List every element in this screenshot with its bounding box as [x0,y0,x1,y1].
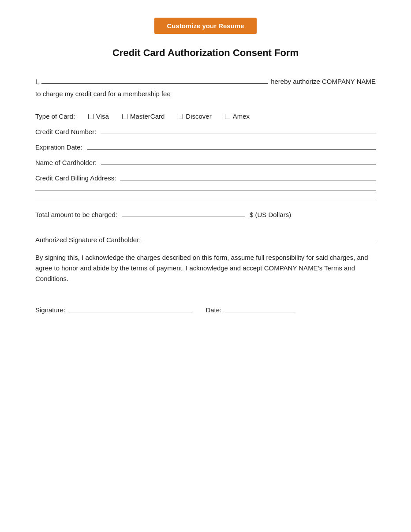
customize-btn-wrapper: Customize your Resume [35,18,376,34]
sig-block: Signature: [35,306,192,314]
signature-underline [69,312,192,312]
card-option-discover: Discover [178,112,211,120]
billing-address-underline-1 [120,180,376,180]
auth-sig-underline [143,242,376,242]
visa-checkbox[interactable] [88,114,93,119]
billing-address-row: Credit Card Billing Address: [35,174,376,182]
auth-subtext: to charge my credit card for a membershi… [35,89,376,99]
card-type-row: Type of Card: Visa MasterCard Discover A… [35,112,376,120]
total-amount-label: Total amount to be charged: [35,211,117,218]
date-label: Date: [206,306,221,314]
auth-name-underline [41,83,268,84]
billing-address-underline-2 [35,191,376,191]
card-options: Visa MasterCard Discover Amex [88,112,250,120]
expiration-date-row: Expiration Date: [35,143,376,151]
signature-section: Authorized Signature of Cardholder: By s… [35,236,376,314]
visa-label: Visa [96,112,109,120]
expiration-date-label: Expiration Date: [35,143,82,151]
billing-address-label: Credit Card Billing Address: [35,174,116,182]
cardholder-name-underline [101,165,376,165]
card-option-mastercard: MasterCard [122,112,164,120]
total-amount-row: Total amount to be charged: $ (US Dollar… [35,211,376,218]
credit-card-number-row: Credit Card Number: [35,128,376,135]
amex-checkbox[interactable] [225,114,230,119]
signature-label: Signature: [35,306,65,314]
amex-label: Amex [233,112,250,120]
billing-address-underline-3 [35,201,376,201]
credit-card-number-underline [101,134,376,134]
customize-resume-button[interactable]: Customize your Resume [154,18,256,34]
credit-card-number-label: Credit Card Number: [35,128,96,135]
mastercard-checkbox[interactable] [122,114,127,119]
date-block: Date: [206,306,295,314]
authorization-text: I, hereby authorize COMPANY NAME to char… [35,76,376,99]
cardholder-name-label: Name of Cardholder: [35,159,97,166]
card-option-visa: Visa [88,112,109,120]
legal-text: By signing this, I acknowledge the charg… [35,252,376,284]
discover-checkbox[interactable] [178,114,183,119]
mastercard-label: MasterCard [130,112,164,120]
discover-label: Discover [186,112,211,120]
form-section: Type of Card: Visa MasterCard Discover A… [35,112,376,218]
date-underline [225,312,295,312]
auth-prefix: I, [35,76,39,87]
total-currency: $ (US Dollars) [250,211,291,218]
card-option-amex: Amex [225,112,250,120]
page-container: Customize your Resume Credit Card Author… [0,0,411,532]
card-type-label: Type of Card: [35,112,75,120]
auth-suffix: hereby authorize COMPANY NAME [271,76,376,87]
total-amount-underline [122,217,245,217]
cardholder-name-row: Name of Cardholder: [35,159,376,166]
expiration-date-underline [87,149,376,150]
form-title: Credit Card Authorization Consent Form [35,47,376,59]
auth-sig-row: Authorized Signature of Cardholder: [35,236,376,244]
final-sig-row: Signature: Date: [35,306,376,314]
auth-sig-label: Authorized Signature of Cardholder: [35,236,141,244]
